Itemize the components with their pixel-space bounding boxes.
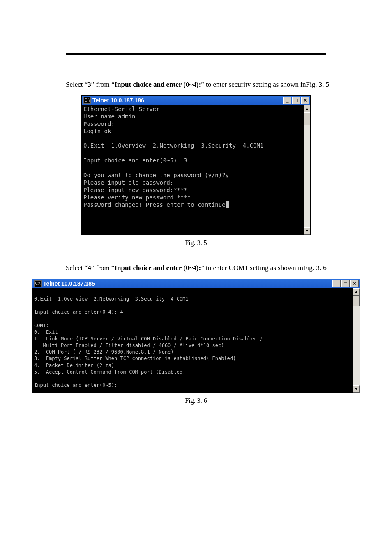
terminal-output-2: 0.Exit 1.Overview 2.Networking 3.Securit… — [32, 288, 353, 393]
quote-close: ” — [201, 264, 204, 272]
fig-ref: Fig. 3. 6 — [303, 263, 327, 273]
minimize-button[interactable]: _ — [332, 280, 341, 287]
cursor: _ — [226, 201, 229, 208]
txt: to enter COM1 setting as shown in — [204, 264, 303, 272]
titlebar[interactable]: C:\ Telnet 10.0.187.186 _ □ × — [82, 96, 310, 105]
window-title: Telnet 10.0.187.186 — [92, 97, 283, 104]
minimize-button[interactable]: _ — [283, 97, 291, 104]
choice-4: 4 — [88, 264, 91, 272]
scroll-thumb[interactable] — [304, 112, 310, 125]
terminal-window-2: C:\ Telnet 10.0.187.185 _ □ × 0.Exit 1.O… — [32, 279, 360, 393]
prompt-text: Input choice and enter (0~4): — [114, 81, 201, 88]
close-button[interactable]: × — [350, 280, 359, 287]
prompt-text: Input choice and enter (0~4): — [114, 264, 201, 272]
scroll-down-button[interactable]: ▼ — [304, 227, 310, 235]
cmd-icon: C:\ — [34, 280, 42, 287]
maximize-button[interactable]: □ — [292, 97, 300, 104]
txt: from — [94, 81, 111, 88]
scroll-thumb[interactable] — [353, 296, 360, 306]
figure-caption-1: Fig. 3. 5 — [0, 239, 392, 247]
terminal-window-1: C:\ Telnet 10.0.187.186 _ □ × Ethernet-S… — [81, 95, 311, 235]
figure-caption-2: Fig. 3. 6 — [0, 397, 392, 405]
scrollbar[interactable]: ▲ ▼ — [353, 288, 360, 393]
scroll-down-button[interactable]: ▼ — [353, 385, 360, 393]
txt: Select — [66, 81, 85, 88]
titlebar[interactable]: C:\ Telnet 10.0.187.185 _ □ × — [32, 279, 360, 288]
security-paragraph: Select “3” from “Input choice and enter … — [66, 80, 326, 90]
choice-3: 3 — [88, 81, 91, 88]
header-rule — [66, 53, 326, 55]
txt: to enter security setting as shown in — [204, 81, 306, 88]
quote-close: ” — [201, 81, 204, 88]
cmd-icon: C:\ — [83, 97, 91, 104]
window-title: Telnet 10.0.187.185 — [43, 280, 332, 287]
scroll-up-button[interactable]: ▲ — [304, 105, 310, 112]
com1-paragraph: Select “4” from “Input choice and enter … — [66, 263, 326, 273]
txt: from — [94, 264, 111, 272]
txt: Select — [66, 264, 85, 272]
close-button[interactable]: × — [301, 97, 309, 104]
scroll-track[interactable] — [353, 296, 360, 385]
scrollbar[interactable]: ▲ ▼ — [304, 105, 310, 235]
terminal-output-1: Ethernet-Serial Server User name:admin P… — [82, 105, 304, 235]
scroll-up-button[interactable]: ▲ — [353, 288, 360, 296]
page: Select “3” from “Input choice and enter … — [0, 0, 392, 446]
scroll-track[interactable] — [304, 112, 310, 227]
maximize-button[interactable]: □ — [341, 280, 350, 287]
fig-ref: Fig. 3. 5 — [306, 80, 330, 90]
